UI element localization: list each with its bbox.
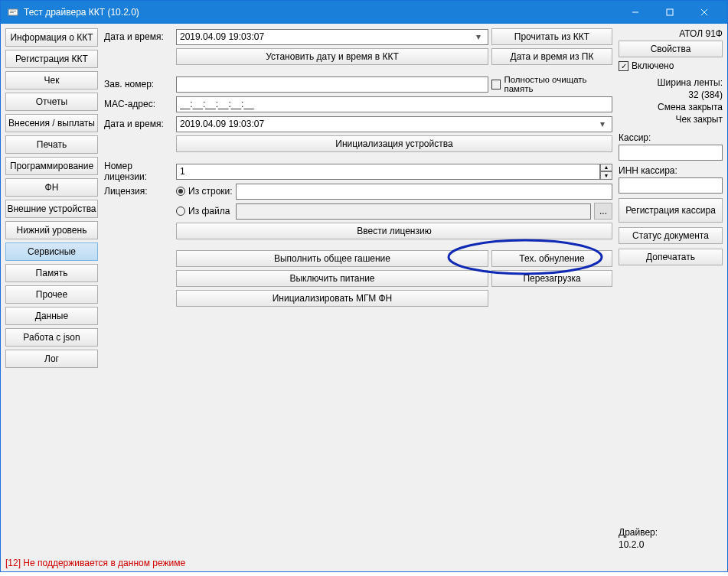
tape-width-label: Ширина ленты: — [619, 77, 723, 88]
datetime-value: 2019.04.09 19:03:07 — [180, 31, 264, 42]
tape-width-value: 32 (384) — [619, 89, 723, 100]
from-string-radio[interactable] — [176, 187, 185, 196]
svg-rect-2 — [10, 12, 14, 13]
nav-отчеты[interactable]: Отчеты — [5, 93, 98, 111]
read-from-kkt-button[interactable]: Прочитать из ККТ — [491, 28, 612, 45]
nav-sidebar: Информация о ККТРегистрация ККТЧекОтчеты… — [4, 27, 100, 552]
nav-программирование[interactable]: Программирование — [5, 157, 98, 175]
tech-reset-button[interactable]: Тех. обнуление — [491, 250, 612, 267]
clear-memory-checkbox[interactable] — [491, 80, 501, 89]
enter-license-button[interactable]: Ввести лицензию — [176, 223, 612, 239]
from-string-label: Из строки: — [188, 186, 233, 197]
device-name: АТОЛ 91Ф — [619, 28, 723, 39]
chevron-down-icon: ▾ — [472, 31, 485, 42]
from-file-radio[interactable] — [176, 207, 185, 216]
inn-input[interactable] — [619, 177, 723, 194]
set-datetime-button[interactable]: Установить дату и время в ККТ — [176, 48, 488, 65]
datetime2-value: 2019.04.09 19:03:07 — [180, 119, 264, 129]
enabled-label: Включено — [632, 60, 674, 71]
nav-печать[interactable]: Печать — [5, 135, 98, 154]
check-status: Чек закрыт — [619, 114, 723, 125]
nav-данные[interactable]: Данные — [5, 307, 98, 325]
nav-фн[interactable]: ФН — [5, 178, 98, 197]
from-file-label: Из файла — [188, 206, 230, 216]
datetime-label: Дата и время: — [104, 31, 173, 42]
doc-status-button[interactable]: Статус документа — [619, 227, 723, 244]
serial-label: Зав. номер: — [104, 79, 173, 89]
mac-label: MAC-адрес: — [104, 99, 173, 109]
enabled-checkbox[interactable]: ✓ — [619, 61, 628, 71]
driver-label: Драйвер: — [619, 527, 723, 538]
init-device-button[interactable]: Инициализация устройства — [176, 135, 612, 152]
from-file-input[interactable] — [236, 203, 591, 220]
svg-rect-1 — [10, 11, 16, 11]
nav-регистрация-ккт[interactable]: Регистрация ККТ — [5, 50, 98, 68]
nav-работа-с-json[interactable]: Работа с json — [5, 328, 98, 347]
properties-button[interactable]: Свойства — [619, 41, 723, 57]
spin-down-icon[interactable]: ▼ — [600, 171, 612, 180]
clear-memory-label: Полностью очищать память — [504, 75, 612, 93]
status-bar: [12] Не поддерживается в данном режиме — [1, 555, 727, 571]
main-panel: Дата и время: 2019.04.09 19:03:07 ▾ Проч… — [103, 27, 614, 552]
right-panel: АТОЛ 91Ф Свойства ✓ Включено Ширина лент… — [617, 27, 724, 552]
power-off-button[interactable]: Выключить питание — [176, 270, 488, 287]
nav-нижний-уровень[interactable]: Нижний уровень — [5, 221, 98, 239]
nav-внешние-устройства[interactable]: Внешние устройства — [5, 200, 98, 218]
nav-лог[interactable]: Лог — [5, 350, 98, 368]
datetime2-label: Дата и время: — [104, 119, 173, 129]
app-icon — [7, 6, 19, 18]
titlebar: Тест драйвера ККТ (10.2.0) — [1, 1, 727, 24]
cashier-label: Кассир: — [619, 132, 723, 143]
nav-внесения-выплаты[interactable]: Внесения / выплаты — [5, 114, 98, 132]
general-reset-button[interactable]: Выполнить общее гашение — [176, 250, 488, 267]
license-no-input[interactable] — [176, 164, 600, 180]
license-no-spinner[interactable]: ▲ ▼ — [176, 164, 612, 180]
datetime-combo[interactable]: 2019.04.09 19:03:07 ▾ — [176, 29, 488, 45]
svg-rect-4 — [667, 9, 673, 15]
chevron-down-icon: ▾ — [596, 119, 609, 129]
license-label: Лицензия: — [104, 186, 173, 197]
nav-информация-о-ккт[interactable]: Информация о ККТ — [5, 28, 98, 47]
maximize-button[interactable] — [652, 1, 687, 24]
nav-память[interactable]: Память — [5, 264, 98, 282]
nav-чек[interactable]: Чек — [5, 71, 98, 89]
spin-up-icon[interactable]: ▲ — [600, 164, 612, 172]
driver-version: 10.2.0 — [619, 539, 723, 550]
nav-сервисные[interactable]: Сервисные — [5, 242, 98, 261]
minimize-button[interactable] — [618, 1, 652, 24]
clear-memory-checkbox-row: Полностью очищать память — [491, 75, 612, 93]
close-button[interactable] — [687, 1, 721, 24]
from-string-input[interactable] — [236, 184, 612, 200]
inn-label: ИНН кассира: — [619, 165, 723, 176]
reprint-button[interactable]: Допечатать — [619, 249, 723, 265]
datetime2-combo[interactable]: 2019.04.09 19:03:07 ▾ — [176, 116, 612, 132]
enabled-row: ✓ Включено — [619, 60, 723, 71]
mac-input[interactable] — [176, 96, 612, 112]
license-no-label: Номер лицензии: — [104, 161, 173, 182]
browse-button[interactable]: ... — [594, 203, 612, 220]
serial-input[interactable] — [176, 76, 488, 93]
window-title: Тест драйвера ККТ (10.2.0) — [24, 7, 618, 18]
register-cashier-button[interactable]: Регистрация кассира — [619, 198, 723, 223]
reboot-button[interactable]: Перезагрузка — [491, 270, 612, 287]
nav-прочее[interactable]: Прочее — [5, 285, 98, 304]
datetime-from-pc-button[interactable]: Дата и время из ПК — [491, 48, 612, 65]
shift-status: Смена закрыта — [619, 102, 723, 112]
cashier-input[interactable] — [619, 145, 723, 161]
init-mgm-button[interactable]: Инициализировать МГМ ФН — [176, 290, 488, 307]
